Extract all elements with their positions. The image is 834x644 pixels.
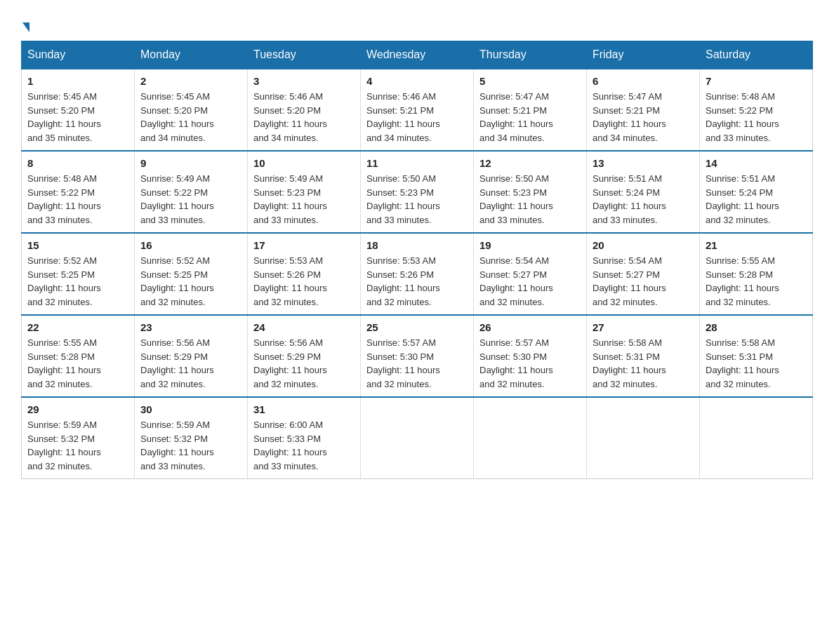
calendar-header-row: Sunday Monday Tuesday Wednesday Thursday…	[22, 41, 813, 69]
table-row: 12Sunrise: 5:50 AMSunset: 5:23 PMDayligh…	[474, 151, 587, 233]
day-info: Sunrise: 5:57 AMSunset: 5:30 PMDaylight:…	[479, 336, 581, 391]
day-number: 28	[706, 321, 807, 333]
table-row: 9Sunrise: 5:49 AMSunset: 5:22 PMDaylight…	[135, 151, 248, 233]
table-row	[474, 397, 587, 479]
table-row: 31Sunrise: 6:00 AMSunset: 5:33 PMDayligh…	[248, 397, 361, 479]
day-number: 13	[593, 157, 694, 169]
logo-general-line	[21, 14, 29, 34]
table-row	[587, 397, 700, 479]
table-row: 6Sunrise: 5:47 AMSunset: 5:21 PMDaylight…	[587, 69, 700, 151]
table-row: 26Sunrise: 5:57 AMSunset: 5:30 PMDayligh…	[474, 315, 587, 397]
table-row: 21Sunrise: 5:55 AMSunset: 5:28 PMDayligh…	[700, 233, 813, 315]
day-number: 15	[27, 239, 128, 251]
day-info: Sunrise: 5:47 AMSunset: 5:21 PMDaylight:…	[593, 90, 694, 145]
page-header	[21, 14, 813, 34]
table-row: 18Sunrise: 5:53 AMSunset: 5:26 PMDayligh…	[361, 233, 474, 315]
day-info: Sunrise: 5:51 AMSunset: 5:24 PMDaylight:…	[706, 172, 807, 227]
day-number: 30	[140, 403, 241, 415]
table-row: 11Sunrise: 5:50 AMSunset: 5:23 PMDayligh…	[361, 151, 474, 233]
day-info: Sunrise: 5:55 AMSunset: 5:28 PMDaylight:…	[706, 254, 807, 309]
day-number: 12	[479, 157, 581, 169]
day-number: 1	[27, 75, 128, 87]
day-info: Sunrise: 5:49 AMSunset: 5:22 PMDaylight:…	[140, 172, 241, 227]
day-number: 24	[253, 321, 355, 333]
day-info: Sunrise: 5:45 AMSunset: 5:20 PMDaylight:…	[27, 90, 128, 145]
table-row	[361, 397, 474, 479]
col-thursday: Thursday	[474, 41, 587, 69]
day-info: Sunrise: 5:54 AMSunset: 5:27 PMDaylight:…	[593, 254, 694, 309]
day-number: 25	[366, 321, 468, 333]
col-saturday: Saturday	[700, 41, 813, 69]
day-info: Sunrise: 5:50 AMSunset: 5:23 PMDaylight:…	[366, 172, 468, 227]
day-info: Sunrise: 5:50 AMSunset: 5:23 PMDaylight:…	[479, 172, 581, 227]
day-number: 7	[706, 75, 807, 87]
day-number: 29	[27, 403, 128, 415]
table-row: 20Sunrise: 5:54 AMSunset: 5:27 PMDayligh…	[587, 233, 700, 315]
day-info: Sunrise: 5:46 AMSunset: 5:21 PMDaylight:…	[366, 90, 468, 145]
day-info: Sunrise: 5:58 AMSunset: 5:31 PMDaylight:…	[706, 336, 807, 391]
calendar-week-row: 1Sunrise: 5:45 AMSunset: 5:20 PMDaylight…	[22, 69, 813, 151]
logo-triangle-icon	[22, 22, 29, 32]
day-info: Sunrise: 5:54 AMSunset: 5:27 PMDaylight:…	[479, 254, 581, 309]
table-row: 2Sunrise: 5:45 AMSunset: 5:20 PMDaylight…	[135, 69, 248, 151]
table-row: 28Sunrise: 5:58 AMSunset: 5:31 PMDayligh…	[700, 315, 813, 397]
col-tuesday: Tuesday	[248, 41, 361, 69]
calendar-week-row: 15Sunrise: 5:52 AMSunset: 5:25 PMDayligh…	[22, 233, 813, 315]
day-number: 31	[253, 403, 355, 415]
table-row: 10Sunrise: 5:49 AMSunset: 5:23 PMDayligh…	[248, 151, 361, 233]
logo	[21, 14, 29, 34]
day-number: 21	[706, 239, 807, 251]
day-info: Sunrise: 5:49 AMSunset: 5:23 PMDaylight:…	[253, 172, 355, 227]
table-row: 13Sunrise: 5:51 AMSunset: 5:24 PMDayligh…	[587, 151, 700, 233]
day-info: Sunrise: 5:55 AMSunset: 5:28 PMDaylight:…	[27, 336, 128, 391]
table-row: 4Sunrise: 5:46 AMSunset: 5:21 PMDaylight…	[361, 69, 474, 151]
day-number: 16	[140, 239, 241, 251]
table-row: 23Sunrise: 5:56 AMSunset: 5:29 PMDayligh…	[135, 315, 248, 397]
day-number: 22	[27, 321, 128, 333]
table-row: 22Sunrise: 5:55 AMSunset: 5:28 PMDayligh…	[22, 315, 135, 397]
calendar-table: Sunday Monday Tuesday Wednesday Thursday…	[21, 41, 813, 479]
table-row: 14Sunrise: 5:51 AMSunset: 5:24 PMDayligh…	[700, 151, 813, 233]
day-info: Sunrise: 5:57 AMSunset: 5:30 PMDaylight:…	[366, 336, 468, 391]
day-info: Sunrise: 5:51 AMSunset: 5:24 PMDaylight:…	[593, 172, 694, 227]
day-info: Sunrise: 5:59 AMSunset: 5:32 PMDaylight:…	[27, 418, 128, 473]
day-number: 3	[253, 75, 355, 87]
day-info: Sunrise: 5:53 AMSunset: 5:26 PMDaylight:…	[253, 254, 355, 309]
day-number: 26	[479, 321, 581, 333]
day-info: Sunrise: 5:56 AMSunset: 5:29 PMDaylight:…	[140, 336, 241, 391]
day-number: 11	[366, 157, 468, 169]
day-info: Sunrise: 5:59 AMSunset: 5:32 PMDaylight:…	[140, 418, 241, 473]
day-number: 20	[593, 239, 694, 251]
table-row	[700, 397, 813, 479]
table-row: 7Sunrise: 5:48 AMSunset: 5:22 PMDaylight…	[700, 69, 813, 151]
calendar-week-row: 8Sunrise: 5:48 AMSunset: 5:22 PMDaylight…	[22, 151, 813, 233]
day-info: Sunrise: 5:48 AMSunset: 5:22 PMDaylight:…	[706, 90, 807, 145]
day-number: 23	[140, 321, 241, 333]
table-row: 8Sunrise: 5:48 AMSunset: 5:22 PMDaylight…	[22, 151, 135, 233]
day-info: Sunrise: 5:52 AMSunset: 5:25 PMDaylight:…	[140, 254, 241, 309]
table-row: 27Sunrise: 5:58 AMSunset: 5:31 PMDayligh…	[587, 315, 700, 397]
calendar-week-row: 22Sunrise: 5:55 AMSunset: 5:28 PMDayligh…	[22, 315, 813, 397]
day-info: Sunrise: 5:52 AMSunset: 5:25 PMDaylight:…	[27, 254, 128, 309]
day-number: 10	[253, 157, 355, 169]
day-number: 19	[479, 239, 581, 251]
day-info: Sunrise: 5:47 AMSunset: 5:21 PMDaylight:…	[479, 90, 581, 145]
table-row: 3Sunrise: 5:46 AMSunset: 5:20 PMDaylight…	[248, 69, 361, 151]
day-info: Sunrise: 5:56 AMSunset: 5:29 PMDaylight:…	[253, 336, 355, 391]
col-friday: Friday	[587, 41, 700, 69]
day-info: Sunrise: 5:46 AMSunset: 5:20 PMDaylight:…	[253, 90, 355, 145]
table-row: 15Sunrise: 5:52 AMSunset: 5:25 PMDayligh…	[22, 233, 135, 315]
day-number: 8	[27, 157, 128, 169]
table-row: 24Sunrise: 5:56 AMSunset: 5:29 PMDayligh…	[248, 315, 361, 397]
table-row: 25Sunrise: 5:57 AMSunset: 5:30 PMDayligh…	[361, 315, 474, 397]
day-info: Sunrise: 5:45 AMSunset: 5:20 PMDaylight:…	[140, 90, 241, 145]
day-number: 14	[706, 157, 807, 169]
table-row: 29Sunrise: 5:59 AMSunset: 5:32 PMDayligh…	[22, 397, 135, 479]
day-number: 5	[479, 75, 581, 87]
table-row: 16Sunrise: 5:52 AMSunset: 5:25 PMDayligh…	[135, 233, 248, 315]
day-number: 4	[366, 75, 468, 87]
col-monday: Monday	[135, 41, 248, 69]
col-wednesday: Wednesday	[361, 41, 474, 69]
day-number: 18	[366, 239, 468, 251]
day-number: 27	[593, 321, 694, 333]
